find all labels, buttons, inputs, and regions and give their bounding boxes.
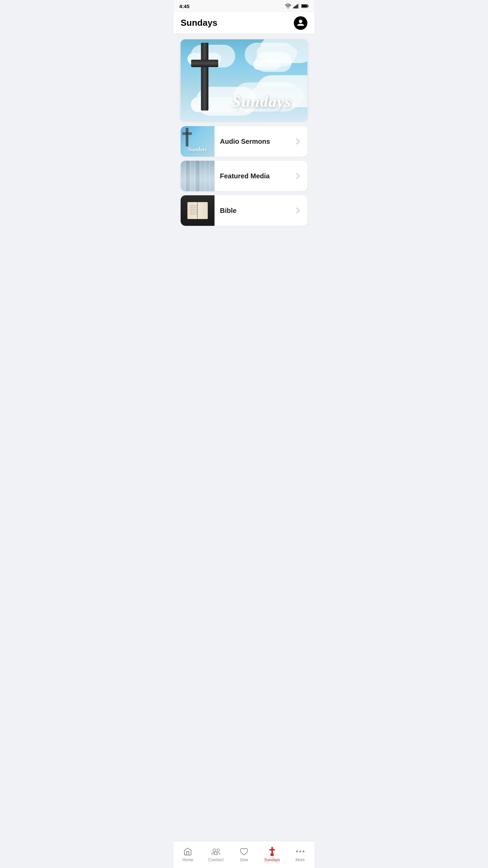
bible-item[interactable]: Bible	[181, 195, 307, 226]
nav-home[interactable]: Home	[174, 843, 202, 862]
nav-give[interactable]: Give	[230, 843, 258, 862]
audio-sermons-chevron	[294, 137, 302, 145]
bible-book-icon	[186, 200, 209, 221]
svg-point-9	[213, 849, 216, 851]
nav-sundays[interactable]: Sundays	[258, 843, 286, 862]
nav-more[interactable]: More	[286, 843, 314, 862]
hero-banner: Sundays	[181, 39, 307, 121]
more-icon	[296, 847, 305, 856]
featured-media-chevron	[294, 172, 302, 180]
status-time: 4:45	[179, 3, 189, 9]
battery-icon	[301, 4, 309, 8]
svg-rect-5	[298, 4, 299, 8]
signal-icon	[293, 4, 299, 8]
home-icon	[183, 847, 192, 856]
status-icons	[285, 4, 309, 8]
main-content: Sundays Sundays Audio Sermons Featur	[174, 34, 314, 260]
nav-connect-label: Connect	[208, 857, 224, 862]
bible-chevron	[294, 206, 302, 215]
audio-sermons-label: Audio Sermons	[215, 138, 294, 145]
svg-rect-3	[296, 5, 297, 8]
svg-point-16	[303, 850, 304, 852]
cross-icon	[201, 43, 208, 111]
audio-sermons-item[interactable]: Sundays Audio Sermons	[181, 126, 307, 157]
app-header: Sundays	[174, 12, 314, 34]
cloud-1	[257, 46, 297, 60]
bible-label: Bible	[215, 207, 294, 215]
nav-give-label: Give	[240, 857, 248, 862]
svg-rect-8	[302, 5, 307, 7]
nav-sundays-label: Sundays	[264, 857, 280, 862]
svg-rect-13	[270, 853, 273, 855]
connect-icon	[211, 847, 221, 856]
svg-rect-4	[297, 4, 298, 8]
give-icon	[239, 847, 249, 856]
status-bar: 4:45	[174, 0, 314, 12]
svg-rect-12	[269, 849, 274, 850]
audio-sermons-thumbnail: Sundays	[181, 126, 215, 157]
nav-more-label: More	[296, 857, 305, 862]
user-avatar-button[interactable]	[294, 16, 307, 30]
sundays-nav-icon	[267, 847, 277, 856]
svg-rect-1	[293, 7, 294, 8]
featured-media-item[interactable]: Featured Media	[181, 161, 307, 191]
nav-home-label: Home	[182, 857, 193, 862]
cloud-5	[191, 97, 238, 112]
svg-point-14	[296, 850, 298, 852]
bottom-nav: Home Connect Give	[174, 841, 314, 868]
featured-media-thumbnail	[181, 161, 215, 191]
cloud-2	[253, 60, 280, 70]
svg-rect-7	[308, 5, 308, 7]
svg-rect-2	[294, 6, 296, 8]
page-title: Sundays	[181, 18, 217, 28]
featured-media-label: Featured Media	[215, 172, 294, 180]
hero-title: Sundays	[232, 93, 291, 111]
nav-connect[interactable]: Connect	[202, 843, 230, 862]
bible-thumbnail	[181, 195, 215, 226]
svg-point-15	[299, 850, 301, 852]
svg-point-10	[217, 849, 219, 851]
svg-point-0	[288, 8, 288, 8]
wifi-icon	[285, 4, 291, 8]
